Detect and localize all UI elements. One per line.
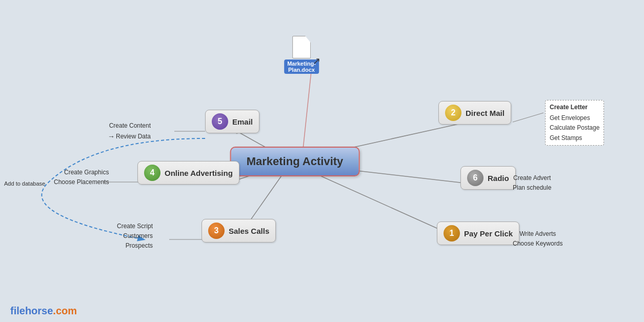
branch-radio: 6 Radio: [460, 166, 516, 190]
sub-direct-mail: Create Letter Get Envelopes Calculate Po…: [545, 100, 604, 146]
file-shape: [292, 36, 311, 58]
label-pay-per-click: Pay Per Click: [464, 229, 513, 238]
branch-pay-per-click: 1 Pay Per Click: [437, 222, 519, 245]
sub-radio: Create Advert Plan schedule: [513, 173, 551, 193]
badge-email: 5: [212, 113, 228, 130]
watermark-domain: .com: [53, 305, 77, 316]
badge-direct-mail: 2: [445, 105, 461, 121]
badge-sales-calls: 3: [208, 223, 225, 239]
file-icon: Marketing-Plan.docx: [284, 36, 319, 74]
badge-radio: 6: [467, 170, 484, 186]
label-email: Email: [232, 117, 253, 126]
watermark-text: filehorse: [10, 305, 53, 316]
add-to-database-label: Add to database: [4, 180, 45, 187]
label-radio: Radio: [488, 174, 509, 183]
branch-online-advertising: 4 Online Advertising: [137, 161, 239, 185]
watermark: filehorse.com: [10, 305, 77, 317]
central-node: Marketing Activity: [230, 147, 360, 176]
label-online-advertising: Online Advertising: [165, 169, 233, 177]
branch-email: 5 Email: [205, 110, 259, 133]
sub-sales-calls: Create Script Customers Prospects: [117, 222, 153, 251]
branch-sales-calls: 3 Sales Calls: [202, 219, 276, 243]
cursor-icon: ↗: [313, 55, 320, 67]
badge-pay-per-click: 1: [444, 225, 460, 242]
branch-direct-mail: 2 Direct Mail: [438, 101, 511, 125]
central-label: Marketing Activity: [247, 155, 344, 168]
svg-line-8: [513, 113, 544, 122]
label-sales-calls: Sales Calls: [229, 227, 269, 235]
sub-online-advertising: Create Graphics Choose Placements: [54, 168, 109, 187]
badge-online-advertising: 4: [144, 165, 160, 181]
sub-email: Create Content → Review Data: [108, 121, 151, 143]
label-direct-mail: Direct Mail: [466, 109, 505, 117]
sub-pay-per-click: Write Adverts Choose Keywords: [513, 229, 562, 249]
svg-line-6: [303, 67, 312, 154]
